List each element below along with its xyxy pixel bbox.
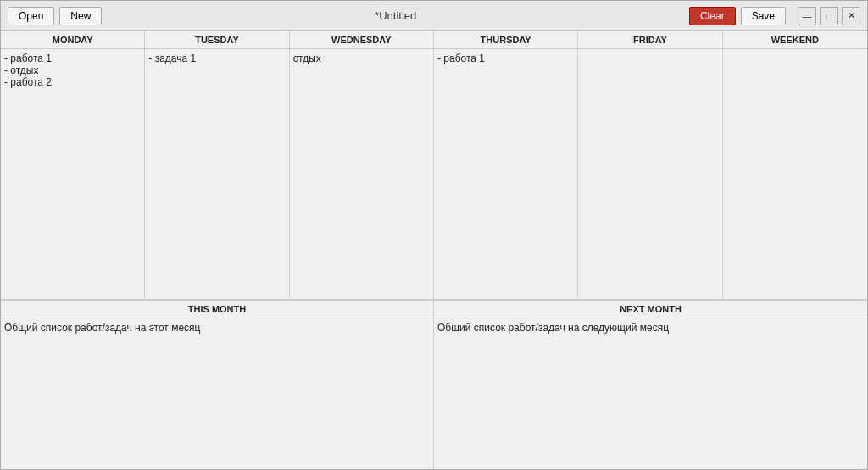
month-content-this-month[interactable]: Общий список работ/задач на этот месяц [1, 318, 433, 469]
day-col-thursday: THURSDAY- работа 1 [434, 31, 578, 299]
month-content-next-month[interactable]: Общий список работ/задач на следующий ме… [434, 318, 867, 469]
day-header-tuesday: TUESDAY [145, 31, 288, 49]
day-content-monday[interactable]: - работа 1 - отдых - работа 2 [1, 49, 144, 299]
clear-button[interactable]: Clear [689, 7, 736, 25]
day-content-tuesday[interactable]: - задача 1 [145, 49, 288, 299]
day-content-wednesday[interactable]: отдых [290, 49, 433, 299]
window-title: *Untitled [102, 9, 689, 22]
month-header-next-month: NEXT MONTH [434, 301, 867, 318]
day-content-friday[interactable] [578, 49, 721, 299]
day-col-wednesday: WEDNESDAYотдых [290, 31, 434, 299]
day-header-weekend: WEEKEND [723, 31, 867, 49]
day-header-wednesday: WEDNESDAY [290, 31, 433, 49]
save-button[interactable]: Save [741, 7, 786, 25]
day-header-monday: MONDAY [1, 31, 144, 49]
main-content: MONDAY- работа 1 - отдых - работа 2TUESD… [1, 31, 867, 469]
day-col-tuesday: TUESDAY- задача 1 [145, 31, 289, 299]
day-col-monday: MONDAY- работа 1 - отдых - работа 2 [1, 31, 145, 299]
day-content-thursday[interactable]: - работа 1 [434, 49, 577, 299]
day-content-weekend[interactable] [723, 49, 867, 299]
day-header-friday: FRIDAY [578, 31, 721, 49]
day-col-weekend: WEEKEND [723, 31, 867, 299]
titlebar: Open New *Untitled Clear Save — □ ✕ [1, 1, 867, 31]
maximize-button[interactable]: □ [820, 7, 838, 25]
window-controls: — □ ✕ [798, 7, 860, 25]
month-header-this-month: THIS MONTH [1, 301, 433, 318]
minimize-button[interactable]: — [798, 7, 816, 25]
months-grid: THIS MONTHОбщий список работ/задач на эт… [1, 300, 867, 469]
close-button[interactable]: ✕ [842, 7, 860, 25]
day-header-thursday: THURSDAY [434, 31, 577, 49]
new-button[interactable]: New [59, 7, 102, 25]
open-button[interactable]: Open [8, 7, 54, 25]
titlebar-left: Open New [8, 7, 102, 25]
month-col-next-month: NEXT MONTHОбщий список работ/задач на сл… [434, 300, 867, 469]
month-col-this-month: THIS MONTHОбщий список работ/задач на эт… [1, 300, 434, 469]
titlebar-right: Clear Save — □ ✕ [689, 7, 860, 25]
day-col-friday: FRIDAY [578, 31, 722, 299]
main-window: Open New *Untitled Clear Save — □ ✕ MOND… [0, 0, 868, 470]
days-grid: MONDAY- работа 1 - отдых - работа 2TUESD… [1, 31, 867, 300]
